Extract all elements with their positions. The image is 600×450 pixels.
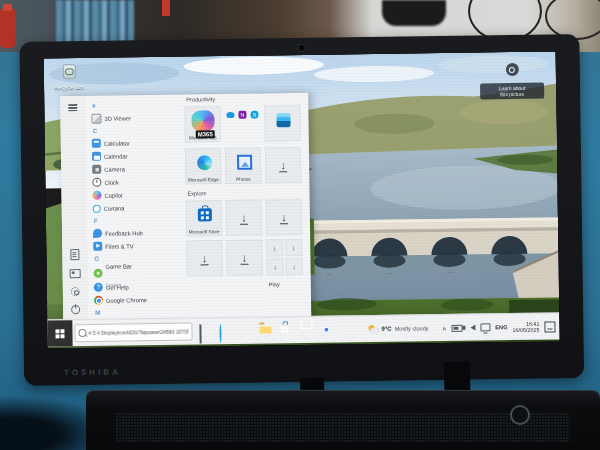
cortana-button[interactable]: [219, 324, 232, 337]
weather-icon: [369, 325, 379, 333]
tile-downloading-3[interactable]: ↓: [266, 199, 302, 235]
volume-icon[interactable]: [470, 325, 475, 331]
mail-button[interactable]: [299, 323, 312, 336]
game-bar-icon: [94, 268, 103, 277]
weather-temp: 9°C: [382, 326, 392, 332]
settings-icon[interactable]: [71, 287, 80, 296]
spotlight-widget[interactable]: Learn about this picture: [480, 62, 545, 100]
download-icon: ↓: [279, 159, 287, 172]
recycle-bin-icon: [62, 64, 75, 79]
start-menu-rail: [60, 96, 88, 320]
small-tile-downloading[interactable]: ↓: [285, 239, 302, 256]
app-item-game-bar[interactable]: Game BarSystem: [92, 264, 185, 281]
app-label: Clock: [104, 179, 119, 185]
app-item-camera[interactable]: Camera: [90, 162, 183, 176]
onenote-icon[interactable]: N: [238, 111, 246, 119]
app-label: Feedback Hub: [105, 230, 143, 237]
documents-icon[interactable]: [70, 249, 79, 260]
tile-microsoft-edge[interactable]: Microsoft Edge: [185, 148, 221, 184]
spotlight-tooltip: Learn about this picture: [480, 83, 544, 100]
group-header-productivity[interactable]: Productivity: [186, 96, 215, 102]
battery-icon[interactable]: [451, 324, 462, 331]
app-item-clock[interactable]: Clock: [90, 175, 183, 189]
windows-logo-icon: [55, 329, 64, 338]
feedback-hub-icon: [93, 229, 102, 238]
start-button[interactable]: [47, 320, 72, 346]
spotlight-camera-icon[interactable]: [505, 63, 518, 76]
small-tile-downloading[interactable]: ↓: [266, 258, 283, 275]
tile-downloading-2[interactable]: ↓: [226, 200, 262, 236]
camera-icon: [92, 165, 101, 174]
store-icon: [198, 208, 212, 221]
small-tile-downloading[interactable]: ↓: [285, 258, 302, 275]
edge-icon: [197, 155, 212, 170]
app-label: Films & TV: [105, 243, 133, 249]
download-icon: ↓: [280, 211, 288, 224]
tile-label: Photos: [227, 176, 259, 181]
taskbar-search-box[interactable]: 4 5 4 DisplaytronAIDU/Taipower/24590 167…: [74, 323, 192, 343]
app-label: Game Bar: [106, 263, 133, 269]
small-tile-downloading[interactable]: ↓: [266, 239, 283, 256]
app-item-cortana[interactable]: Cortana: [91, 201, 184, 215]
app-label: Camera: [104, 166, 125, 172]
laptop-base: [86, 390, 600, 450]
app-list: # 3D Viewer C Calculator Calendar Camera…: [85, 95, 185, 320]
chrome-icon: [94, 296, 103, 305]
chrome-button[interactable]: [319, 323, 332, 336]
pictures-icon[interactable]: [70, 269, 81, 278]
app-item-copilot[interactable]: Copilot: [90, 188, 183, 202]
weather-widget[interactable]: 9°C Mostly cloudy: [365, 324, 433, 333]
search-icon: [78, 329, 86, 337]
app-label: Calculator: [104, 140, 130, 146]
app-item-calculator[interactable]: Calculator: [90, 136, 183, 150]
app-label: Cortana: [104, 205, 125, 211]
action-center-icon[interactable]: [544, 321, 555, 332]
tile-outlook[interactable]: [264, 105, 300, 141]
download-icon: ↓: [201, 252, 209, 265]
edge-button[interactable]: [239, 324, 252, 337]
network-icon[interactable]: [480, 323, 490, 331]
language-indicator[interactable]: ENG: [495, 324, 507, 330]
group-header-explore[interactable]: Explore: [188, 190, 207, 196]
task-view-icon: [199, 324, 201, 343]
tile-downloading-5[interactable]: ↓: [226, 240, 262, 276]
search-text: 4 5 4 DisplaytronAIDU/Taipower/24590 167…: [88, 329, 188, 336]
tray-chevron-icon[interactable]: ^: [443, 325, 447, 332]
tile-microsoft-365[interactable]: Microsoft 365 M365: [184, 106, 220, 142]
skype-icon[interactable]: S: [250, 111, 258, 119]
spotlight-line2: this picture: [482, 91, 542, 98]
app-item-3d-viewer[interactable]: 3D Viewer: [89, 111, 182, 125]
tile-label: Microsoft Edge: [187, 177, 219, 182]
calculator-icon: [92, 139, 101, 148]
app-label: 3D Viewer: [104, 115, 131, 121]
tile-microsoft-store[interactable]: Microsoft Store: [186, 200, 222, 236]
app-item-films-tv[interactable]: Films & TV: [91, 239, 184, 253]
3d-viewer-icon: [91, 113, 101, 123]
tile-photos[interactable]: Photos: [225, 148, 261, 184]
tray-clock[interactable]: 16:41 16/05/2025: [512, 320, 539, 333]
laptop: Recycle Bin Learn about this picture: [0, 0, 600, 450]
app-item-calendar[interactable]: Calendar: [90, 149, 183, 163]
tile-downloading-4[interactable]: ↓: [186, 240, 222, 276]
power-icon[interactable]: [71, 305, 80, 314]
app-label: Calendar: [104, 153, 128, 159]
microsoft-365-icon: [191, 110, 214, 131]
recycle-bin[interactable]: Recycle Bin: [52, 64, 86, 90]
tile-label: Microsoft Store: [188, 229, 220, 234]
hamburger-icon[interactable]: [68, 104, 77, 111]
onedrive-icon[interactable]: [226, 112, 234, 118]
tray-time: 16:41: [526, 320, 540, 326]
app-item-google-chrome[interactable]: Google Chrome: [92, 293, 185, 307]
cortana-taskbar-icon: [219, 324, 221, 343]
group-header-play[interactable]: Play: [269, 281, 280, 287]
file-explorer-button[interactable]: [259, 324, 272, 337]
download-icon: ↓: [241, 251, 249, 264]
tile-downloading-1[interactable]: ↓: [265, 147, 301, 183]
power-button-hardware: [510, 405, 530, 425]
app-label: Google Chrome: [106, 297, 147, 304]
calendar-icon: [92, 152, 101, 161]
task-view-button[interactable]: [199, 325, 212, 338]
store-button[interactable]: [279, 324, 292, 337]
app-item-feedback-hub[interactable]: Feedback Hub: [91, 226, 184, 240]
tile-mini-apps[interactable]: N S: [224, 106, 260, 142]
